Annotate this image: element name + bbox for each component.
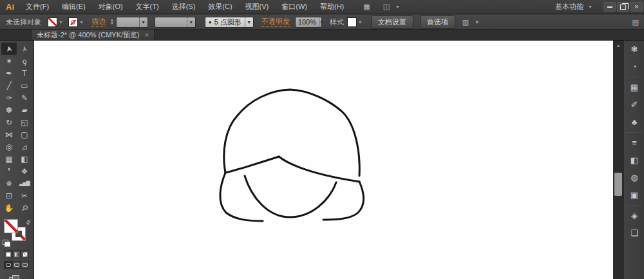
control-extra-icon[interactable]: ▥ <box>459 18 473 26</box>
screen-mode-button[interactable] <box>9 275 19 279</box>
document-setup-button[interactable]: 文档设置 <box>371 15 413 29</box>
restore-button[interactable] <box>617 2 629 12</box>
tool-scale[interactable]: ◱ <box>17 116 32 128</box>
gradient-mode-icon <box>14 252 19 257</box>
panel-layers-button[interactable]: ◈ <box>624 207 644 224</box>
arrange-documents-arrow-icon[interactable]: ▼ <box>393 5 402 9</box>
brush-definition-arrow-icon[interactable]: ▼ <box>245 17 253 27</box>
tool-line-segment[interactable]: ╱ <box>1 79 17 91</box>
scrollbar-thumb[interactable] <box>614 173 622 196</box>
draw-inside-button[interactable] <box>21 261 29 269</box>
tool-free-transform[interactable]: ▢ <box>17 128 32 140</box>
panel-gradient-button[interactable]: ◧ <box>624 151 644 169</box>
tool-perspective-grid[interactable]: ⊿ <box>17 140 32 153</box>
panel-stroke-button[interactable]: ≡ <box>624 134 644 151</box>
tool-paintbrush[interactable]: ✑ <box>1 91 17 104</box>
artboard-canvas[interactable] <box>34 41 613 279</box>
tool-artboard[interactable]: ⊡ <box>1 189 17 202</box>
width-profile-select[interactable]: ▼ <box>155 17 196 28</box>
panel-symbols-button[interactable]: ♣ <box>624 113 644 131</box>
tool-selection[interactable]: ➤ <box>1 43 17 55</box>
document-tab[interactable]: 未标题-2* @ 400% (CMYK/预览) × <box>31 30 155 40</box>
tool-blob-brush[interactable]: ✽ <box>1 104 17 116</box>
panel-color-guide-button[interactable]: ◔ <box>624 58 644 75</box>
none-mode-button[interactable] <box>21 250 29 258</box>
close-button[interactable]: × <box>630 2 643 12</box>
arrange-documents-icon[interactable]: ◫ <box>379 3 393 11</box>
fill-swatch[interactable] <box>4 219 18 233</box>
tool-symbol-sprayer[interactable]: ✵ <box>1 177 17 189</box>
bridge-icon[interactable]: ▦ <box>359 3 374 11</box>
menu-file[interactable]: 文件(F) <box>19 0 55 14</box>
swap-fill-stroke-icon[interactable]: ⇄ <box>24 218 32 226</box>
brush-definition-select[interactable]: ● 5 点圆形 ▼ <box>205 17 254 28</box>
color-mode-button[interactable] <box>4 250 12 258</box>
tool-rotate[interactable]: ↻ <box>1 116 17 128</box>
color-mode-icon <box>6 252 11 257</box>
draw-normal-button[interactable] <box>4 261 12 269</box>
workspace-switcher[interactable]: 基本功能 <box>553 2 586 12</box>
panel-color-button[interactable]: ❃ <box>624 41 644 58</box>
tool-column-graph[interactable]: ▃▅▇ <box>17 177 32 189</box>
tool-rectangle[interactable]: ▭ <box>17 79 32 91</box>
panel-appearance-button[interactable]: ▣ <box>624 186 644 204</box>
control-extra-arrow-icon[interactable]: ▼ <box>473 20 481 24</box>
tool-direct-selection[interactable]: ➢ <box>17 43 32 55</box>
scroll-up-icon[interactable]: ▲ <box>613 41 623 48</box>
fill-color-swatch[interactable] <box>48 17 57 27</box>
workspace-arrow-icon[interactable]: ▼ <box>586 5 594 9</box>
gradient-mode-button[interactable] <box>12 250 21 258</box>
stroke-weight-select[interactable]: ▼ <box>116 17 148 28</box>
tool-eyedropper[interactable]: ❜ <box>1 165 17 177</box>
menu-type[interactable]: 文字(T) <box>129 0 166 14</box>
stroke-weight-stepper[interactable]: ▲ ▼ <box>110 19 114 25</box>
stepper-down-icon[interactable]: ▼ <box>110 22 114 25</box>
eraser-icon: ▰ <box>21 106 27 114</box>
tool-slice[interactable]: ✂ <box>17 189 32 202</box>
tab-close-icon[interactable]: × <box>145 31 149 39</box>
menu-edit[interactable]: 编辑(E) <box>55 0 92 14</box>
style-arrow-icon[interactable]: ▼ <box>358 20 363 24</box>
menu-help[interactable]: 帮助(H) <box>314 0 350 14</box>
draw-behind-button[interactable] <box>12 261 21 269</box>
minimize-button[interactable] <box>603 2 616 12</box>
opacity-arrow-icon[interactable]: ▼ <box>319 17 324 27</box>
panel-brushes-button[interactable]: ✐ <box>624 96 644 113</box>
stroke-weight-arrow-icon[interactable]: ▼ <box>139 17 147 27</box>
default-fill-stroke-icon[interactable] <box>3 240 8 245</box>
tool-zoom[interactable]: ⚲ <box>17 202 32 214</box>
control-bar-menu-icon[interactable]: ▤ <box>632 18 639 26</box>
tool-pencil[interactable]: ✎ <box>17 91 32 104</box>
panel-swatches-button[interactable]: ▦ <box>624 79 644 96</box>
tool-eraser[interactable]: ▰ <box>17 104 32 116</box>
stroke-panel-link[interactable]: 描边 <box>91 17 106 27</box>
preferences-button[interactable]: 首选项 <box>420 15 455 29</box>
stroke-swatch-arrow-icon[interactable]: ▼ <box>79 20 84 24</box>
tool-shape-builder[interactable]: ◎ <box>1 140 17 153</box>
panel-artboards-button[interactable]: ❏ <box>624 224 644 242</box>
stroke-color-swatch[interactable] <box>68 17 78 27</box>
tool-mesh[interactable]: ▦ <box>1 153 17 165</box>
tool-gradient[interactable]: ◧ <box>17 153 32 165</box>
tool-hand[interactable]: ✋ <box>1 202 17 214</box>
tool-width[interactable]: ⋈ <box>1 128 17 140</box>
tools-grid: ➤ ➢ ✶ ρ ✒ T ╱ ▭ ✑ ✎ ✽ ▰ ↻ ◱ ⋈ ▢ ◎ ⊿ ▦ ◧ … <box>0 41 33 214</box>
tool-pen[interactable]: ✒ <box>1 67 17 79</box>
tool-magic-wand[interactable]: ✶ <box>1 55 17 67</box>
menu-effect[interactable]: 效果(C) <box>202 0 238 14</box>
fill-swatch-arrow-icon[interactable]: ▼ <box>59 20 63 24</box>
width-profile-arrow-icon[interactable]: ▼ <box>187 17 195 27</box>
tool-blend[interactable]: ❖ <box>17 165 32 177</box>
menu-select[interactable]: 选择(S) <box>166 0 202 14</box>
opacity-select[interactable]: 100% ▼ <box>295 17 322 28</box>
style-swatch[interactable] <box>347 17 357 27</box>
menu-view[interactable]: 视图(V) <box>239 0 276 14</box>
vertical-scrollbar[interactable]: ▲ <box>613 41 623 279</box>
menu-object[interactable]: 对象(O) <box>92 0 129 14</box>
tool-lasso[interactable]: ρ <box>17 55 32 67</box>
opacity-panel-link[interactable]: 不透明度 <box>261 17 290 27</box>
tool-type[interactable]: T <box>17 67 32 79</box>
panel-transparency-button[interactable]: ◍ <box>624 169 644 186</box>
menu-window[interactable]: 窗口(W) <box>275 0 314 14</box>
none-mode-icon <box>23 252 28 257</box>
